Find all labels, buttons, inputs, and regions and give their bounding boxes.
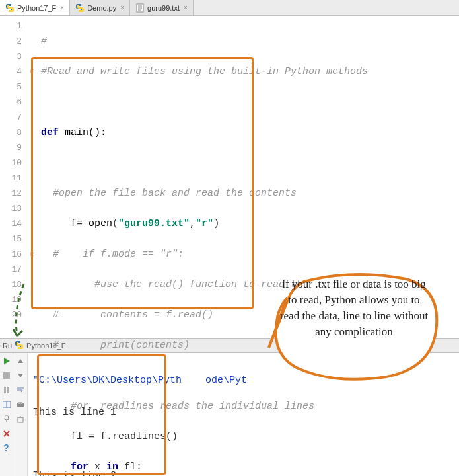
editor-tabbar: Python17_F × Demo.py × guru99.txt × (0, 0, 459, 16)
svg-rect-10 (18, 402, 22, 404)
python-icon (15, 340, 24, 351)
tab-label: Demo.py (87, 4, 116, 12)
console-tool-column-1: ? (0, 353, 13, 476)
line-gutter: 1234567891011121314151617181920 (0, 16, 26, 338)
close-button[interactable] (1, 428, 12, 439)
svg-rect-4 (3, 372, 10, 379)
print-button[interactable] (15, 399, 26, 410)
run-label: Ru (3, 342, 12, 350)
help-button[interactable]: ? (1, 443, 12, 454)
rerun-button[interactable] (1, 356, 12, 366)
close-icon[interactable]: × (120, 4, 124, 11)
soft-wrap-button[interactable] (15, 385, 26, 395)
svg-rect-11 (18, 418, 23, 422)
stop-button[interactable] (1, 370, 12, 381)
tab-label: Python17_F (17, 4, 56, 12)
pin-button[interactable] (1, 414, 12, 424)
clear-button[interactable] (15, 414, 26, 424)
fold-column: ⊟⊟ (26, 16, 38, 338)
scroll-down-button[interactable] (15, 370, 26, 381)
python-icon (75, 3, 85, 13)
text-file-icon (135, 3, 145, 13)
tab-python17[interactable]: Python17_F × (0, 0, 70, 15)
python-icon (5, 3, 15, 13)
layout-button[interactable] (1, 399, 12, 410)
console-output[interactable]: "C:\Users\DK\Desktop\Pyth ode\Pyt This i… (28, 353, 459, 476)
svg-rect-6 (7, 387, 9, 393)
run-console: ? "C:\Users\DK\Desktop\Pyth ode\Pyt This… (0, 353, 459, 476)
tab-guru99[interactable]: guru99.txt × (130, 0, 194, 15)
close-icon[interactable]: × (184, 4, 188, 11)
tab-demo[interactable]: Demo.py × (70, 0, 130, 15)
output-line: This is line 1 (33, 405, 454, 420)
scroll-up-button[interactable] (15, 356, 26, 366)
pause-button[interactable] (1, 385, 12, 395)
code-editor[interactable]: 1234567891011121314151617181920 ⊟⊟ # #Re… (0, 16, 459, 338)
close-icon[interactable]: × (60, 4, 64, 11)
output-line: This is line 2 (33, 468, 454, 476)
tab-label: guru99.txt (147, 4, 180, 12)
svg-rect-5 (4, 387, 6, 393)
code-area[interactable]: # #Read and write files using the built-… (38, 16, 459, 338)
console-tool-column-2 (13, 353, 28, 476)
exec-path: "C:\Users\DK\Desktop\Pyth ode\Pyt (33, 375, 247, 386)
